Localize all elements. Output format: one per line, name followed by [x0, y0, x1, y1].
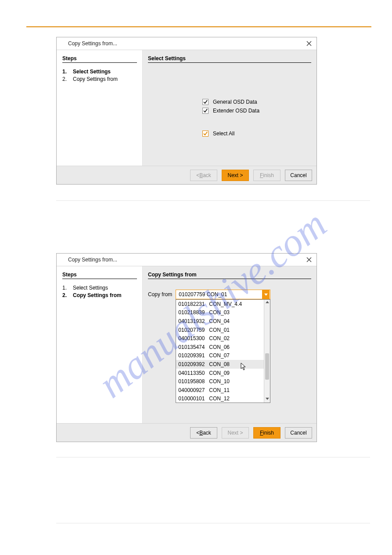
option-name: CON_12 [209, 395, 230, 402]
dropdown-option[interactable]: 040113350CON_09 [176, 369, 264, 377]
chevron-down-icon[interactable] [262, 290, 270, 299]
titlebar: Copy Settings from... [57, 254, 316, 266]
dropdown-option[interactable]: 010000101CON_12 [176, 395, 264, 403]
select-settings-header: Select Settings [148, 55, 311, 63]
option-id: 010182231 [178, 301, 205, 307]
cancel-button[interactable]: Cancel [285, 170, 312, 181]
scroll-thumb[interactable] [265, 353, 269, 380]
step-number: 2. [62, 76, 68, 83]
copy-from-dropdown[interactable]: 010182231CON_MV_4.4010218839CON_03040131… [176, 299, 270, 403]
steps-panel: Steps 1.Select Settings2.Copy Settings f… [57, 50, 143, 166]
wizard-step: 1.Select Settings [62, 284, 137, 292]
dropdown-option[interactable]: 010209392CON_08 [176, 360, 264, 369]
dialog-select-settings: Copy Settings from... Steps 1.Select Set… [56, 37, 317, 185]
steps-panel: Steps 1.Select Settings2.Copy Settings f… [57, 266, 143, 423]
option-name: CON_01 [209, 327, 230, 333]
scrollbar[interactable] [264, 300, 270, 403]
steps-header: Steps [62, 272, 137, 279]
separator [56, 457, 370, 457]
checkbox-label: Extender OSD Data [213, 108, 259, 114]
step-number: 1. [62, 68, 68, 76]
option-name: CON_07 [209, 352, 230, 359]
mouse-cursor-icon [241, 363, 247, 370]
checkmark-icon [202, 108, 209, 114]
option-id: 040131932 [178, 318, 205, 324]
cancel-button[interactable]: Cancel [285, 427, 312, 439]
copy-from-label: Copy from [148, 291, 172, 297]
option-id: 040113350 [178, 370, 205, 376]
dropdown-option[interactable]: 040015300CON_02 [176, 334, 264, 343]
option-id: 010218839 [178, 309, 205, 316]
wizard-step: 2.Copy Settings from [62, 292, 137, 299]
checkmark-icon [202, 99, 209, 105]
step-number: 1. [62, 284, 68, 292]
copy-from-panel: Copy Settings from Copy from 010207759 C… [143, 266, 316, 423]
checkbox-select-all[interactable]: Select All [202, 131, 311, 137]
copy-settings-from-header: Copy Settings from [148, 272, 311, 279]
step-label: Copy Settings from [73, 76, 118, 83]
option-name: CON_09 [209, 370, 230, 376]
dialog-title: Copy Settings from... [68, 40, 117, 47]
dropdown-option[interactable]: 010209391CON_07 [176, 352, 264, 360]
option-id: 040015300 [178, 335, 205, 341]
option-name: CON_10 [209, 378, 230, 385]
dropdown-option[interactable]: 040000927CON_11 [176, 386, 264, 395]
next-button[interactable]: Next > [222, 170, 249, 181]
option-name: CON_08 [209, 361, 230, 367]
scroll-up-icon[interactable] [266, 301, 269, 305]
dropdown-option[interactable]: 010218839CON_03 [176, 308, 264, 317]
combo-value: 010207759 CON_01 [176, 291, 262, 297]
steps-header: Steps [62, 55, 137, 63]
dialog-title: Copy Settings from... [68, 257, 117, 263]
scroll-down-icon[interactable] [266, 398, 269, 401]
next-button: Next > [222, 427, 249, 439]
dropdown-option[interactable]: 010207759CON_01 [176, 326, 264, 334]
option-name: CON_06 [209, 344, 230, 350]
separator [56, 200, 370, 201]
checkbox-label: General OSD Data [213, 99, 257, 105]
dialog-copy-settings-from: Copy Settings from... Steps 1.Select Set… [56, 253, 317, 442]
option-name: CON_04 [209, 318, 230, 324]
separator [56, 523, 370, 523]
checkbox-extender-osd[interactable]: Extender OSD Data [202, 108, 311, 114]
option-id: 010135474 [178, 344, 205, 350]
wizard-step: 1.Select Settings [62, 68, 137, 76]
back-button[interactable]: < Back [190, 427, 217, 439]
page-top-rule [26, 26, 371, 27]
button-bar: < Back Next > Finish Cancel [57, 166, 316, 185]
finish-button[interactable]: Finish [253, 427, 281, 439]
checkbox-label: Select All [213, 131, 234, 137]
dropdown-option[interactable]: 010182231CON_MV_4.4 [176, 300, 264, 308]
dropdown-option[interactable]: 040131932CON_04 [176, 317, 264, 326]
checkbox-general-osd[interactable]: General OSD Data [202, 99, 311, 105]
dropdown-option[interactable]: 010195808CON_10 [176, 377, 264, 386]
step-label: Copy Settings from [73, 292, 122, 299]
titlebar: Copy Settings from... [57, 37, 316, 50]
settings-panel: Select Settings General OSD Data Extende… [143, 50, 316, 166]
back-button: < Back [190, 170, 217, 181]
option-name: CON_11 [209, 387, 230, 393]
option-id: 010000101 [178, 395, 205, 402]
close-icon[interactable] [305, 256, 313, 264]
copy-from-combo[interactable]: 010207759 CON_01 [176, 290, 270, 299]
option-id: 040000927 [178, 387, 205, 393]
button-bar: < Back Next > Finish Cancel [57, 423, 316, 442]
checkmark-icon [202, 131, 209, 137]
step-label: Select Settings [73, 284, 108, 292]
option-id: 010195808 [178, 378, 205, 385]
dropdown-option[interactable]: 010135474CON_06 [176, 343, 264, 352]
option-name: CON_03 [209, 309, 230, 316]
option-id: 010209392 [178, 361, 205, 367]
step-number: 2. [62, 292, 68, 299]
wizard-step: 2.Copy Settings from [62, 76, 137, 83]
option-name: CON_02 [209, 335, 230, 341]
option-name: CON_MV_4.4 [209, 301, 242, 307]
step-label: Select Settings [73, 68, 111, 76]
option-id: 010207759 [178, 327, 205, 333]
option-id: 010209391 [178, 352, 205, 359]
close-icon[interactable] [305, 40, 313, 47]
finish-button: Finish [253, 170, 281, 181]
